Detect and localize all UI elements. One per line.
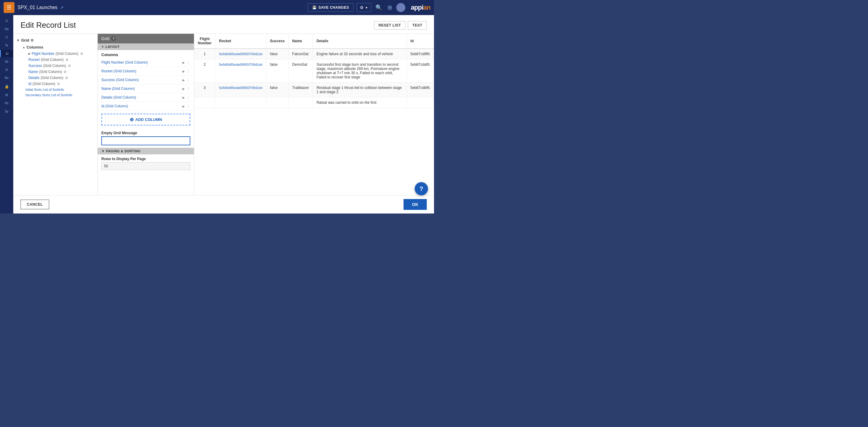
row4-name (288, 97, 313, 108)
tree-item-expand: ▶ (28, 52, 30, 55)
settings-gear-button[interactable]: ⚙ ▼ (356, 3, 371, 12)
cancel-button[interactable]: CANCEL (21, 200, 49, 209)
search-icon[interactable]: 🔍 (374, 3, 383, 12)
flight-number-drag-handle[interactable]: ⋮ (186, 60, 190, 65)
config-flight-number-link[interactable]: Flight Number (Grid Column) (101, 60, 181, 64)
empty-grid-message-input[interactable] (101, 136, 190, 145)
config-column-name[interactable]: Name (Grid Column) ▶ ⋮ (98, 85, 194, 93)
id-drag-handle[interactable]: ⋮ (186, 104, 190, 109)
col-header-flight-number[interactable]: FlightNumber (194, 34, 215, 49)
sidebar-item-list[interactable]: Li (0, 50, 13, 57)
layout-section: ▼ LAYOUT (98, 43, 194, 50)
tree-item-rocket[interactable]: Rocket (Grid Column) ⚙ (19, 57, 97, 63)
col-header-name[interactable]: Name (288, 34, 313, 49)
tree-item-details[interactable]: Details (Grid Column) ⚙ (19, 75, 97, 81)
rocket-drag-handle[interactable]: ⋮ (186, 69, 190, 73)
sidebar-item-views[interactable]: Vi (0, 66, 13, 73)
app-icon: ☰ (4, 2, 14, 13)
col-header-details[interactable]: Details (313, 34, 407, 49)
config-rocket-link[interactable]: Rocket (Grid Column) (101, 69, 181, 73)
add-column-button[interactable]: ⊕ ADD COLUMN (101, 114, 190, 125)
tree-id-link[interactable]: Id (28, 82, 31, 86)
flight-number-gear-icon[interactable]: ⚙ (80, 52, 83, 56)
grid-icon[interactable]: ⊞ (386, 3, 393, 12)
sidebar-item-people[interactable]: Pe (0, 100, 13, 107)
plus-icon: ⊕ (130, 117, 134, 122)
ok-button[interactable]: OK (404, 199, 427, 210)
col-header-id[interactable]: Id (407, 34, 434, 49)
tree-item-id[interactable]: Id (Grid Column) ⚙ (19, 81, 97, 87)
config-column-success[interactable]: Success (Grid Column) ▶ ⋮ (98, 76, 194, 85)
row1-name: FalconSat (288, 49, 313, 59)
id-arrow-icon: ▶ (183, 104, 185, 108)
sidebar-item-settings[interactable]: Se (0, 58, 13, 65)
modal-body: ▼ Grid ⚙ ▲ Columns ▶ Flight Number (Grid… (13, 34, 434, 195)
initial-sorts-value[interactable]: List of SortInfo (42, 88, 64, 91)
app-title: SPX_01 Launches ↗ (18, 5, 64, 10)
name-gear-icon[interactable]: ⚙ (64, 70, 67, 74)
modal-header: Edit Record List RESET LIST TEST (13, 15, 434, 34)
sidebar-item-tempo[interactable]: Te (0, 42, 13, 49)
config-id-link[interactable]: Id (Grid Column) (101, 104, 181, 108)
sidebar-item-data[interactable]: D (0, 18, 13, 24)
secondary-sorts-value[interactable]: List of SortInfo (51, 93, 72, 97)
config-column-details[interactable]: Details (Grid Column) ▶ ⋮ (98, 93, 194, 102)
external-link-icon[interactable]: ↗ (60, 5, 64, 10)
details-drag-handle[interactable]: ⋮ (186, 95, 190, 100)
grid-info-icon[interactable]: ? (111, 36, 116, 41)
tree-flight-number-link[interactable]: Flight Number (32, 52, 54, 56)
sidebar-item-records[interactable]: Re (0, 74, 13, 82)
tree-item-name[interactable]: Name (Grid Column) ⚙ (19, 69, 97, 75)
col-header-success[interactable]: Success (266, 34, 289, 49)
config-success-link[interactable]: Success (Grid Column) (101, 78, 181, 82)
config-column-rocket[interactable]: Rocket (Grid Column) ▶ ⋮ (98, 67, 194, 76)
config-details-link[interactable]: Details (Grid Column) (101, 95, 181, 99)
row4-id (407, 97, 434, 108)
row1-id: 5eb87cd9ffc (407, 49, 434, 59)
tree-success-link[interactable]: Success (28, 64, 42, 68)
details-gear-icon[interactable]: ⚙ (65, 76, 68, 80)
row3-rocket: 5e9d0d95eda69955f709d1eb (215, 83, 266, 97)
tree-item-flight-number[interactable]: ▶ Flight Number (Grid Column) ⚙ (19, 51, 97, 57)
config-column-flight-number[interactable]: Flight Number (Grid Column) ▶ ⋮ (98, 58, 194, 67)
save-changes-button[interactable]: 💾 SAVE CHANGES (308, 3, 354, 12)
row3-success: false (266, 83, 289, 97)
layout-triangle-icon: ▼ (101, 45, 104, 48)
config-name-link[interactable]: Name (Grid Column) (101, 87, 181, 91)
row2-rocket-link[interactable]: 5e9d0d95eda69955f709d1eb (219, 63, 262, 66)
tree-item-success[interactable]: Success (Grid Column) ⚙ (19, 63, 97, 69)
test-button[interactable]: TEST (408, 21, 427, 30)
sidebar-item-dashboard[interactable]: Da (0, 26, 13, 33)
tree-name-link[interactable]: Name (28, 70, 38, 74)
tree-columns-header: ▲ Columns (19, 44, 97, 51)
avatar[interactable] (396, 3, 405, 12)
row2-name: DemoSat (288, 59, 313, 83)
reset-list-button[interactable]: RESET LIST (374, 21, 405, 30)
name-drag-handle[interactable]: ⋮ (186, 86, 190, 91)
rocket-gear-icon[interactable]: ⚙ (65, 58, 68, 62)
row1-rocket-link[interactable]: 5e9d0d95eda69955f709d1eb (219, 52, 262, 56)
sidebar-item-system[interactable]: Sy (0, 108, 13, 115)
id-gear-icon[interactable]: ⚙ (57, 82, 60, 86)
sidebar-item-users[interactable]: U (0, 34, 13, 41)
tree-rocket-link[interactable]: Rocket (28, 58, 39, 62)
config-panel: Grid ? ▼ LAYOUT Columns Flight Number (G… (98, 34, 194, 195)
sidebar-item-security[interactable]: 🔒 (0, 83, 13, 90)
success-drag-handle[interactable]: ⋮ (186, 78, 190, 82)
config-column-id[interactable]: Id (Grid Column) ▶ ⋮ (98, 102, 194, 111)
help-button[interactable]: ? (415, 182, 428, 195)
edit-record-list-modal: Edit Record List RESET LIST TEST ▼ Grid … (13, 15, 434, 214)
table-row: 1 5e9d0d95eda69955f709d1eb false FalconS… (194, 49, 434, 59)
row3-rocket-link[interactable]: 5e9d0d95eda69955f709d1eb (219, 86, 262, 90)
modal-header-actions: RESET LIST TEST (374, 21, 427, 30)
tree-grid-gear-icon[interactable]: ⚙ (30, 38, 34, 42)
success-gear-icon[interactable]: ⚙ (68, 64, 71, 68)
tree-details-link[interactable]: Details (28, 76, 39, 80)
config-panel-header: Grid ? (98, 34, 194, 43)
rocket-arrow-icon: ▶ (183, 70, 185, 73)
sidebar-item-more[interactable]: M (0, 92, 13, 99)
rows-per-page-value: 50 (101, 162, 190, 170)
col-header-rocket[interactable]: Rocket (215, 34, 266, 49)
row2-details: Successful first stage burn and transiti… (313, 59, 407, 83)
row1-success: false (266, 49, 289, 59)
